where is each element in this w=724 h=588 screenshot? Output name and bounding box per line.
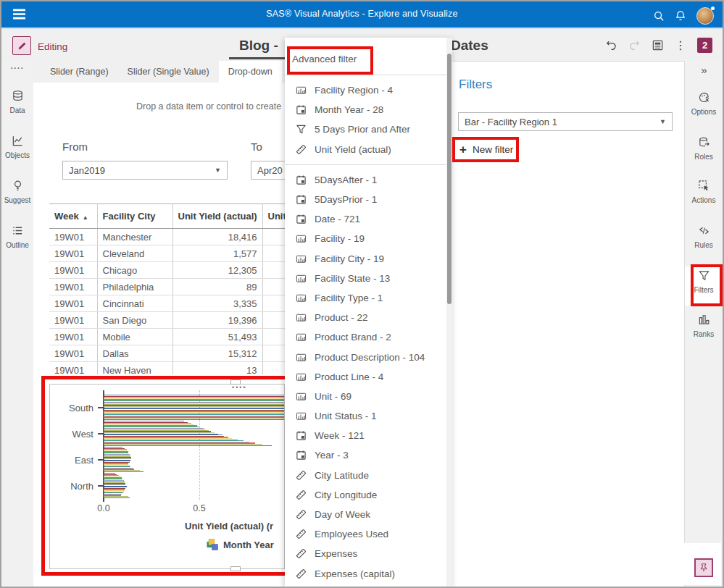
rail-item-actions[interactable]: Actions	[685, 180, 723, 204]
table-row[interactable]: 19W01New Haven13	[49, 362, 285, 375]
rail-item-ranks[interactable]: Ranks	[685, 314, 723, 338]
column-header-week[interactable]: Week▲	[49, 204, 97, 229]
rail-item-options[interactable]: Options	[685, 91, 723, 116]
menu-item-expenses-capital-[interactable]: Expenses (capital)	[285, 564, 446, 584]
measure-icon	[295, 509, 307, 520]
bell-icon[interactable]	[675, 10, 686, 22]
notification-badge[interactable]: 2	[697, 38, 712, 53]
roles-icon	[698, 136, 710, 148]
undo-icon[interactable]	[605, 39, 617, 51]
menu-item-employees-used[interactable]: Employees Used	[285, 524, 446, 544]
table-cell: New Haven	[97, 362, 172, 375]
column-header-unit[interactable]: Unit	[262, 204, 285, 229]
menu-scrollbar-thumb[interactable]	[447, 54, 452, 304]
category-icon	[295, 332, 307, 343]
bar-south-21[interactable]	[104, 419, 285, 420]
collapse-panel-button[interactable]: »	[685, 64, 723, 76]
tab-drop-down[interactable]: Drop-down	[219, 61, 282, 83]
menu-item-product-description-104[interactable]: Product Description - 104	[285, 347, 446, 366]
rail-item-outline[interactable]: Outline	[1, 224, 33, 249]
bar-chart-object[interactable]: SouthWestEastNorth0.00.5Unit Yield (actu…	[49, 384, 285, 569]
table-cell: Cincinnati	[97, 295, 172, 312]
table-row[interactable]: 19W01Cleveland1,577	[49, 245, 285, 262]
new-filter-button[interactable]: + New filter	[459, 143, 513, 156]
user-avatar[interactable]	[696, 7, 714, 25]
measure-icon	[295, 548, 307, 559]
calendar-icon	[295, 214, 307, 224]
column-header-facility-city[interactable]: Facility City	[97, 204, 172, 229]
menu-item-5-days-prior-and-after[interactable]: 5 Days Prior and After	[285, 119, 446, 139]
table-row[interactable]: 19W01Mobile51,493	[49, 329, 285, 345]
menu-item-unit-yield-actual-[interactable]: Unit Yield (actual)	[285, 140, 446, 159]
menu-item-facility-city-19[interactable]: Facility City - 19	[285, 249, 446, 269]
data-table[interactable]: Week▲Facility CityUnit Yield (actual)Uni…	[49, 203, 285, 374]
menu-item-unit-69[interactable]: Unit - 69	[285, 387, 446, 406]
menu-item-facility-state-13[interactable]: Facility State - 13	[285, 269, 446, 288]
menu-item-label: Product - 22	[315, 312, 368, 323]
table-row[interactable]: 19W01Cincinnati3,335	[49, 295, 285, 312]
menu-item-week-121[interactable]: Week - 121	[285, 426, 446, 445]
rail-item-label: Ranks	[685, 330, 723, 338]
redo-icon[interactable]	[628, 39, 641, 51]
chart-legend[interactable]: Month Year	[207, 539, 274, 550]
table-cell: 19W01	[49, 295, 97, 312]
bar-west-21[interactable]	[104, 445, 272, 446]
rail-item-label: Roles	[685, 153, 723, 161]
object-drag-handle[interactable]: ••••	[232, 384, 247, 391]
x-axis-title: Unit Yield (actual) (r	[185, 521, 273, 532]
table-row[interactable]: 19W01Philadelphia89	[49, 279, 285, 295]
search-icon[interactable]	[653, 10, 665, 22]
tab-slider-single-value-[interactable]: Slider (Single Value)	[118, 61, 219, 83]
table-cell: 1,577	[172, 245, 262, 262]
left-rail-more[interactable]: ····	[1, 64, 33, 72]
menu-item-product-line-4[interactable]: Product Line - 4	[285, 367, 446, 387]
filter-object-select[interactable]: Bar - Facility Region 1 ▼	[458, 112, 673, 131]
report-icon[interactable]	[652, 39, 664, 51]
table-row[interactable]: 19W01Manchester18,416	[49, 229, 285, 245]
table-cell: 89	[172, 279, 262, 295]
edit-mode-icon[interactable]	[12, 36, 31, 55]
pin-panel-button[interactable]	[694, 558, 713, 577]
menu-item-city-longitude[interactable]: City Longitude	[285, 485, 446, 505]
menu-item-month-year-28[interactable]: Month Year - 28	[285, 100, 446, 119]
rail-item-filters[interactable]: Filters	[685, 269, 723, 294]
table-cell: Manchester	[97, 229, 172, 245]
menu-item-city-latitude[interactable]: City Latitude	[285, 466, 446, 485]
menu-item-facility-region-4[interactable]: Facility Region - 4	[285, 80, 446, 100]
menu-item-facility-19[interactable]: Facility - 19	[285, 229, 446, 248]
rail-item-data[interactable]: Data	[1, 90, 33, 114]
from-select[interactable]: Jan2019 ▼	[62, 161, 228, 180]
table-row[interactable]: 19W01Chicago12,305	[49, 262, 285, 279]
column-header-unit-yield-actual-[interactable]: Unit Yield (actual)	[172, 204, 262, 229]
rail-item-roles[interactable]: Roles	[685, 136, 723, 161]
table-row[interactable]: 19W01Dallas15,312	[49, 345, 285, 362]
table-cell	[262, 279, 285, 295]
menu-item-facility-type-1[interactable]: Facility Type - 1	[285, 288, 446, 308]
menu-item-label: Product Description - 104	[315, 352, 425, 363]
menu-item-product-brand-2[interactable]: Product Brand - 2	[285, 327, 446, 347]
table-cell	[262, 345, 285, 362]
kebab-icon[interactable]: ⋮	[675, 40, 686, 51]
category-icon	[295, 85, 307, 96]
menu-item-5daysafter-1[interactable]: 5DaysAfter - 1	[285, 170, 446, 190]
rail-item-suggest[interactable]: Suggest	[1, 180, 33, 204]
rail-item-objects[interactable]: Objects	[1, 135, 33, 159]
menu-scrollbar-track[interactable]	[446, 38, 452, 587]
menu-item-day-of-week[interactable]: Day of Week	[285, 505, 446, 524]
menu-item-expenses[interactable]: Expenses	[285, 544, 446, 563]
rail-item-rules[interactable]: Rules	[685, 224, 723, 249]
tab-slider-range-[interactable]: Slider (Range)	[41, 61, 118, 83]
objects-icon	[12, 135, 24, 147]
menu-item-unit-status-1[interactable]: Unit Status - 1	[285, 406, 446, 426]
menu-item-year-3[interactable]: Year - 3	[285, 445, 446, 465]
bar-east-21[interactable]	[104, 471, 143, 472]
menu-item-advanced-filter[interactable]: Advanced filter	[285, 48, 446, 70]
menu-item-label: Month Year - 28	[315, 104, 383, 115]
menu-item-date-721[interactable]: Date - 721	[285, 209, 446, 229]
menu-item-5daysprior-1[interactable]: 5DaysPrior - 1	[285, 190, 446, 209]
menu-item-label: Year - 3	[315, 450, 349, 461]
table-row[interactable]: 19W01San Diego19,396	[49, 312, 285, 329]
bar-north-21[interactable]	[104, 497, 130, 498]
object-resize-handle-bottom[interactable]	[230, 566, 241, 571]
menu-item-product-22[interactable]: Product - 22	[285, 308, 446, 327]
